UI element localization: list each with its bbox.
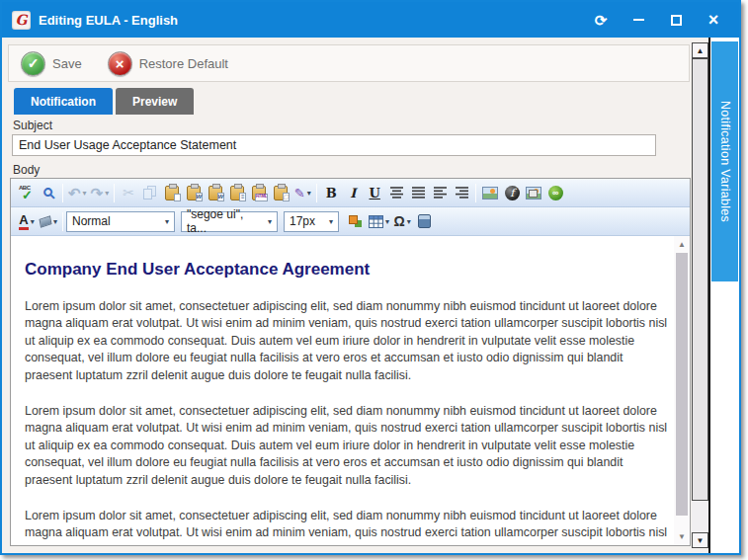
paste-from-word-icon: W: [187, 186, 201, 200]
refresh-icon[interactable]: ⟳: [593, 12, 609, 28]
subject-input[interactable]: [12, 134, 656, 156]
align-right-button[interactable]: [451, 182, 472, 204]
copy-button[interactable]: [139, 182, 161, 204]
bold-icon: B: [326, 187, 337, 200]
tab-preview[interactable]: Preview: [116, 88, 194, 115]
redo-button[interactable]: ↷ ▾: [89, 182, 112, 204]
save-button[interactable]: ✓ Save: [21, 51, 82, 76]
font-color-button[interactable]: A ▾: [16, 210, 38, 233]
font-family-select[interactable]: "segoe ui", ta... ▾: [181, 211, 278, 232]
toolbar-separator: [114, 184, 115, 202]
paste-special-icon: ▢: [274, 186, 288, 200]
special-character-button[interactable]: Ω ▾: [391, 210, 413, 233]
font-size-select[interactable]: 17px ▾: [284, 211, 339, 232]
paste-icon: [165, 186, 179, 200]
chevron-down-icon[interactable]: ▾: [83, 189, 87, 198]
scroll-down-icon[interactable]: ▼: [674, 532, 690, 541]
paste-from-word-strip-button[interactable]: W: [205, 182, 226, 204]
dialog-scrollbar-thumb[interactable]: [692, 58, 708, 501]
cut-icon: ✂: [123, 186, 134, 200]
underline-button[interactable]: U: [364, 182, 385, 204]
minimize-icon[interactable]: [630, 12, 646, 28]
font-size-value: 17px: [290, 214, 315, 228]
paste-plain-text-button[interactable]: ≡: [226, 182, 248, 204]
image-manager-button[interactable]: [479, 182, 501, 204]
window-title: Editing EULA - English: [39, 13, 178, 28]
justify-button[interactable]: [407, 182, 429, 204]
format-stripper-button[interactable]: ✎ ▾: [291, 182, 313, 204]
format-painter-icon: ✎: [294, 187, 305, 200]
underline-icon: U: [370, 187, 380, 200]
scroll-up-icon[interactable]: ▲: [674, 240, 690, 249]
restore-x-icon: ×: [108, 51, 132, 76]
chevron-down-icon: ▾: [165, 217, 169, 226]
paint-bucket-icon: [40, 215, 52, 228]
flash-manager-button[interactable]: f: [501, 182, 523, 204]
scroll-up-icon[interactable]: ▲: [692, 42, 708, 58]
tab-strip: Notification Preview: [14, 88, 194, 115]
chevron-down-icon[interactable]: ▾: [31, 217, 35, 226]
background-color-button[interactable]: ▾: [38, 210, 59, 233]
hyperlink-button[interactable]: ∞: [544, 182, 566, 204]
chevron-down-icon: ▾: [268, 217, 272, 226]
media-manager-button[interactable]: [413, 210, 435, 233]
notification-variables-tab[interactable]: Notification Variables: [711, 41, 738, 281]
font-color-icon: A: [19, 213, 28, 230]
image-map-button[interactable]: [523, 182, 544, 204]
undo-button[interactable]: ↶ ▾: [66, 182, 89, 204]
align-center-icon: [390, 187, 403, 199]
insert-table-button[interactable]: ▾: [367, 210, 391, 233]
dialog-scrollbar[interactable]: ▲ ▼: [692, 42, 708, 548]
find-replace-button[interactable]: ⚲: [38, 182, 59, 204]
chevron-down-icon[interactable]: ▾: [407, 217, 411, 226]
copy-icon: [143, 186, 157, 200]
editor-document[interactable]: Company End User Acceptance Agreement Lo…: [11, 236, 673, 545]
side-panel: Notification Variables: [710, 38, 739, 553]
paragraph-style-value: Normal: [72, 214, 111, 228]
align-right-icon: [456, 187, 468, 199]
paragraph-style-select[interactable]: Normal ▾: [66, 211, 175, 232]
paste-from-word-button[interactable]: W: [183, 182, 205, 204]
spellcheck-check: ✓: [22, 188, 33, 202]
save-check-icon: ✓: [21, 51, 45, 76]
chevron-down-icon[interactable]: ▾: [105, 189, 109, 198]
paste-as-html-button[interactable]: HTML: [248, 182, 270, 204]
scroll-down-icon[interactable]: ▼: [692, 532, 708, 548]
bold-button[interactable]: B: [320, 182, 342, 204]
spellcheck-button[interactable]: ABC ✓: [16, 182, 38, 204]
chevron-down-icon[interactable]: ▾: [385, 217, 389, 226]
editor-scrollbar[interactable]: ▲ ▼: [674, 236, 690, 545]
toolbar-separator: [316, 184, 317, 202]
paste-as-html-icon: HTML: [252, 186, 266, 200]
word-overlay: W: [196, 193, 204, 201]
chevron-down-icon: ▾: [329, 217, 333, 226]
paste-from-word-strip-icon: W: [208, 186, 222, 200]
image-icon: [482, 187, 498, 200]
paste-button[interactable]: [161, 182, 183, 204]
align-center-button[interactable]: [385, 182, 407, 204]
special-overlay: ▢: [283, 193, 291, 201]
tab-notification[interactable]: Notification: [14, 88, 113, 115]
media-icon: [418, 214, 431, 228]
italic-button[interactable]: I: [342, 182, 364, 204]
app-logo-icon: G: [12, 11, 31, 30]
titlebar: G Editing EULA - English ⟳ ×: [2, 2, 739, 38]
module-manager-button[interactable]: [345, 210, 367, 233]
close-icon[interactable]: ×: [706, 12, 721, 28]
cut-button[interactable]: ✂: [118, 182, 139, 204]
editor-content-area[interactable]: Company End User Acceptance Agreement Lo…: [11, 236, 690, 545]
paste-plain-text-icon: ≡: [230, 186, 244, 200]
document-paragraph: Lorem ipsum dolor sit amet, consectetuer…: [25, 403, 671, 489]
redo-icon: ↷: [91, 186, 104, 200]
editor-scrollbar-thumb[interactable]: [676, 253, 688, 516]
spellcheck-icon: ABC ✓: [19, 185, 35, 200]
chevron-down-icon[interactable]: ▾: [53, 217, 57, 226]
toolbar-separator: [62, 184, 63, 202]
restore-default-button[interactable]: × Restore Default: [108, 51, 228, 76]
paste-special-button[interactable]: ▢: [270, 182, 291, 204]
align-left-button[interactable]: [429, 182, 451, 204]
maximize-icon[interactable]: [668, 12, 684, 28]
palette-icon: [349, 215, 358, 224]
rich-text-editor: ABC ✓ ⚲ ↶ ▾ ↷ ▾ ✂: [10, 178, 691, 546]
chevron-down-icon[interactable]: ▾: [307, 189, 311, 198]
